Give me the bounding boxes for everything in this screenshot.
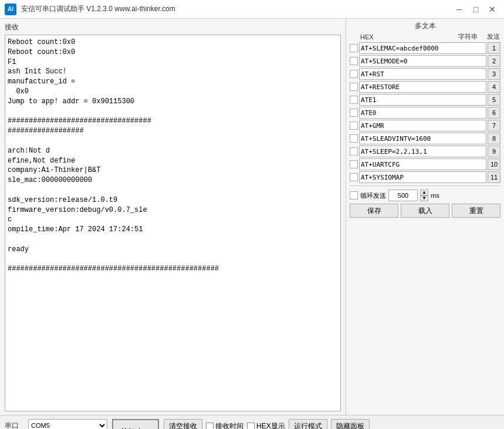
cmd-input-10[interactable] [359,158,486,170]
cmd-send-btn-3[interactable]: 3 [488,68,500,80]
reset-button[interactable]: 重置 [452,204,500,218]
hex-display-checkbox[interactable] [247,423,255,430]
cmd-input-6[interactable] [359,107,486,119]
cmd-checkbox-10[interactable] [350,160,358,168]
btn-row-1: 清空接收 接收时间 HEX显示 运行模式 隐藏面板 [164,419,499,429]
controls-row: 串口 COM5 波特率 115200 数据位 8 校验位 No [5,419,499,429]
table-row: 4 [350,81,500,93]
cmd-checkbox-6[interactable] [350,109,358,117]
run-mode-button[interactable]: 运行模式 [289,419,327,429]
cmd-send-btn-11[interactable]: 11 [488,171,500,183]
minimize-button[interactable]: ─ [452,2,466,16]
cmd-checkbox-9[interactable] [350,147,358,156]
cmd-checkbox-4[interactable] [350,83,358,91]
table-row: 7 [350,120,500,131]
open-port-button[interactable]: 关闭串口 [112,419,159,429]
port-select[interactable]: COM5 [28,419,107,429]
load-button[interactable]: 载入 [401,204,449,218]
col-headers: HEX 字符串 发送 [350,32,500,41]
right-buttons-area: 清空接收 接收时间 HEX显示 运行模式 隐藏面板 保存接收 ✓ 自动换行 [164,419,499,429]
col-hex-header: HEX [360,33,449,40]
cmd-send-btn-7[interactable]: 7 [488,120,500,131]
col-send-header: 发送 [486,32,500,41]
port-row: 串口 COM5 [5,419,107,429]
command-list: 1234567891011 [350,42,500,184]
cmd-checkbox-5[interactable] [350,96,358,104]
cmd-send-btn-10[interactable]: 10 [488,158,500,170]
cmd-send-btn-5[interactable]: 5 [488,94,500,106]
table-row: 9 [350,146,500,157]
receive-area[interactable]: Reboot count:0x0 Reboot count:0x0 F1 ash… [5,35,341,411]
table-row: 5 [350,94,500,106]
cmd-checkbox-11[interactable] [350,173,358,181]
table-row: 3 [350,68,500,80]
app-icon: AI [5,4,16,15]
loop-send-label: 循环发送 [360,191,386,200]
cmd-input-11[interactable] [359,171,486,183]
table-row: 11 [350,171,500,183]
spin-up-button[interactable]: ▲ [420,190,428,195]
port-toggle-area: 关闭串口 [112,419,159,429]
app-title: 安信可串口调试助手 V1.2.3.0 www.ai-thinker.com [21,4,175,14]
loop-send-checkbox[interactable] [350,191,358,200]
right-panel: 多文本 HEX 字符串 发送 1234567891011 循环发送 ▲ ▼ ms… [346,19,504,415]
cmd-send-btn-2[interactable]: 2 [488,55,500,67]
cmd-input-8[interactable] [359,133,486,144]
loop-spin-buttons: ▲ ▼ [420,190,428,201]
clear-receive-button[interactable]: 清空接收 [164,419,202,429]
cmd-input-5[interactable] [359,94,486,106]
loop-ms-label: ms [431,192,439,199]
cmd-input-1[interactable] [359,42,486,54]
bottom-area: 串口 COM5 波特率 115200 数据位 8 校验位 No [0,415,504,429]
cmd-checkbox-8[interactable] [350,134,358,143]
cmd-send-btn-1[interactable]: 1 [488,42,500,54]
receive-time-checkbox[interactable] [206,423,214,430]
cmd-send-btn-9[interactable]: 9 [488,146,500,157]
multi-text-action-buttons: 保存 载入 重置 [350,204,500,218]
cmd-send-btn-6[interactable]: 6 [488,107,500,119]
spin-down-button[interactable]: ▼ [420,195,428,201]
maximize-button[interactable]: □ [469,2,483,16]
cmd-input-2[interactable] [359,55,486,67]
receive-label: 接收 [5,22,341,32]
main-content: 接收 Reboot count:0x0 Reboot count:0x0 F1 … [0,19,504,415]
port-label: 串口 [5,421,26,430]
serial-config: 串口 COM5 波特率 115200 数据位 8 校验位 No [5,419,107,429]
loop-send-row: 循环发送 ▲ ▼ ms [350,190,500,201]
divider [350,185,500,186]
cmd-input-7[interactable] [359,120,486,131]
hex-display-label[interactable]: HEX显示 [247,421,285,430]
col-str-header: 字符串 [450,32,485,41]
cmd-checkbox-1[interactable] [350,44,358,52]
window-controls: ─ □ ✕ [452,2,499,16]
table-row: 1 [350,42,500,54]
multi-text-header: 多文本 [350,21,500,31]
cmd-checkbox-7[interactable] [350,121,358,130]
hide-panel-button[interactable]: 隐藏面板 [331,419,370,429]
cmd-input-3[interactable] [359,68,486,80]
cmd-checkbox-2[interactable] [350,57,358,65]
table-row: 10 [350,158,500,170]
cmd-input-4[interactable] [359,81,486,93]
cmd-send-btn-4[interactable]: 4 [488,81,500,93]
left-panel: 接收 Reboot count:0x0 Reboot count:0x0 F1 … [0,19,346,415]
title-left: AI 安信可串口调试助手 V1.2.3.0 www.ai-thinker.com [5,4,175,15]
multi-text-label: 多文本 [350,21,500,31]
loop-send-input[interactable] [388,190,418,201]
table-row: 2 [350,55,500,67]
cmd-input-9[interactable] [359,146,486,157]
table-row: 6 [350,107,500,119]
receive-time-label[interactable]: 接收时间 [206,421,243,430]
title-bar: AI 安信可串口调试助手 V1.2.3.0 www.ai-thinker.com… [0,0,504,19]
cmd-checkbox-3[interactable] [350,70,358,78]
save-button[interactable]: 保存 [350,204,398,218]
table-row: 8 [350,133,500,144]
cmd-send-btn-8[interactable]: 8 [488,133,500,144]
close-button[interactable]: ✕ [485,2,499,16]
